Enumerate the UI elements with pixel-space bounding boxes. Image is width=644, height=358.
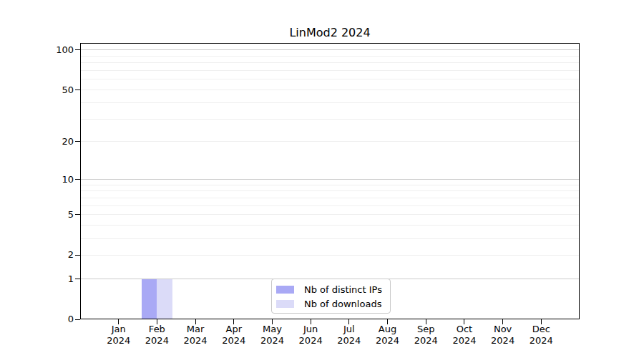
y-tick-mark — [75, 90, 80, 90]
y-tick-label: 1 — [0, 273, 74, 286]
x-tick-label: Dec2024 — [512, 324, 570, 347]
x-tick-year: 2024 — [512, 335, 570, 347]
y-tick-label: 0 — [0, 313, 74, 326]
legend-swatch — [276, 286, 294, 294]
y-tick-mark — [75, 179, 80, 180]
y-tick-label: 2 — [0, 248, 74, 261]
legend: Nb of distinct IPsNb of downloads — [271, 279, 391, 314]
legend-swatch — [276, 300, 294, 308]
legend-row: Nb of distinct IPs — [272, 282, 390, 296]
x-tick-month: Dec — [512, 324, 570, 335]
y-tick-mark — [75, 279, 80, 279]
legend-label: Nb of downloads — [304, 299, 381, 309]
y-tick-label: 10 — [0, 173, 74, 186]
y-tick-mark — [75, 141, 80, 142]
y-tick-label: 50 — [0, 84, 74, 97]
y-tick-label: 5 — [0, 208, 74, 221]
y-tick-mark — [75, 319, 80, 320]
y-tick-label: 20 — [0, 135, 74, 148]
y-tick-mark — [75, 49, 80, 50]
legend-row: Nb of downloads — [272, 296, 390, 311]
download-stats-chart: LinMod2 2024 Nb of distinct IPsNb of dow… — [0, 0, 644, 358]
legend-label: Nb of distinct IPs — [304, 284, 382, 295]
chart-title: LinMod2 2024 — [80, 26, 580, 39]
y-tick-mark — [75, 255, 80, 256]
y-tick-label: 100 — [0, 44, 74, 57]
y-tick-mark — [75, 214, 80, 215]
